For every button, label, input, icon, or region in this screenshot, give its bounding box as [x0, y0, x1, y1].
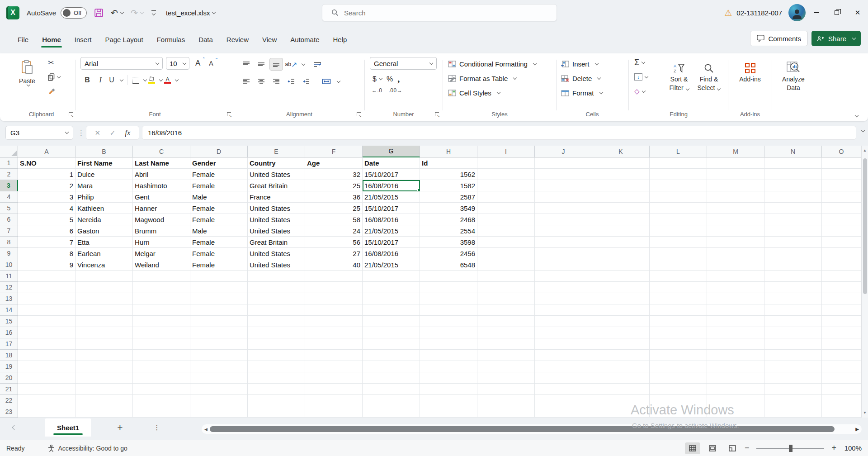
- normal-view-button[interactable]: [685, 442, 700, 454]
- cell-L1[interactable]: [650, 157, 707, 169]
- cell-K10[interactable]: [592, 259, 650, 271]
- tab-help[interactable]: Help: [326, 30, 354, 49]
- underline-button[interactable]: U: [108, 76, 116, 84]
- cell-F15[interactable]: [305, 316, 363, 327]
- cell-O9[interactable]: [822, 248, 861, 259]
- row-header-8[interactable]: 8: [0, 237, 18, 248]
- cell-H3[interactable]: 1582: [420, 180, 477, 191]
- autosave-toggle[interactable]: Off: [61, 7, 87, 19]
- addins-button[interactable]: Add-ins: [737, 58, 763, 84]
- cell-K13[interactable]: [592, 293, 650, 304]
- cell-H14[interactable]: [420, 304, 477, 316]
- cell-O22[interactable]: [822, 395, 861, 406]
- cell-F11[interactable]: [305, 271, 363, 282]
- cell-A22[interactable]: [18, 395, 75, 406]
- cell-E11[interactable]: [248, 271, 305, 282]
- cell-N10[interactable]: [764, 259, 822, 271]
- cell-D20[interactable]: [190, 372, 248, 384]
- cell-A1[interactable]: S.NO: [18, 157, 75, 169]
- cell-J16[interactable]: [535, 327, 592, 338]
- orientation-chevron-icon[interactable]: [302, 62, 305, 65]
- cell-D7[interactable]: Male: [190, 225, 248, 237]
- row-header-3[interactable]: 3: [0, 180, 18, 191]
- cell-styles-button[interactable]: Cell Styles: [448, 87, 554, 99]
- cell-J12[interactable]: [535, 282, 592, 293]
- cell-J13[interactable]: [535, 293, 592, 304]
- cell-B22[interactable]: [75, 395, 133, 406]
- cell-I1[interactable]: [477, 157, 535, 169]
- minimize-button[interactable]: [806, 0, 826, 25]
- cell-J19[interactable]: [535, 361, 592, 372]
- decrease-font-size-button[interactable]: A ˇ: [206, 60, 216, 67]
- fill-button[interactable]: ↓: [634, 71, 648, 82]
- cell-H11[interactable]: [420, 271, 477, 282]
- cell-G23[interactable]: [363, 406, 420, 418]
- cell-O16[interactable]: [822, 327, 861, 338]
- cell-J11[interactable]: [535, 271, 592, 282]
- cell-I3[interactable]: [477, 180, 535, 191]
- col-header-B[interactable]: B: [75, 146, 133, 157]
- percent-style-button[interactable]: %: [387, 75, 393, 83]
- cell-O5[interactable]: [822, 203, 861, 214]
- cell-J2[interactable]: [535, 169, 592, 180]
- number-dialog-launcher[interactable]: [435, 112, 439, 116]
- cell-J9[interactable]: [535, 248, 592, 259]
- cell-L2[interactable]: [650, 169, 707, 180]
- expand-formula-bar-chevron-icon[interactable]: [861, 128, 865, 132]
- cell-K6[interactable]: [592, 214, 650, 225]
- cell-I19[interactable]: [477, 361, 535, 372]
- font-color-chevron-icon[interactable]: [175, 77, 179, 81]
- cell-F21[interactable]: [305, 384, 363, 395]
- cell-B23[interactable]: [75, 406, 133, 418]
- comma-style-button[interactable]: ,: [397, 74, 400, 84]
- cell-F6[interactable]: 58: [305, 214, 363, 225]
- cell-K15[interactable]: [592, 316, 650, 327]
- cell-I8[interactable]: [477, 237, 535, 248]
- cell-K11[interactable]: [592, 271, 650, 282]
- cell-C5[interactable]: Hanner: [133, 203, 190, 214]
- add-sheet-button[interactable]: +: [117, 422, 123, 433]
- cell-H13[interactable]: [420, 293, 477, 304]
- sheet-tab-sheet1[interactable]: Sheet1: [45, 418, 91, 437]
- cell-L15[interactable]: [650, 316, 707, 327]
- cell-O19[interactable]: [822, 361, 861, 372]
- cell-L16[interactable]: [650, 327, 707, 338]
- cell-L19[interactable]: [650, 361, 707, 372]
- cell-D2[interactable]: Female: [190, 169, 248, 180]
- alignment-dialog-launcher[interactable]: [357, 112, 361, 116]
- row-header-13[interactable]: 13: [0, 293, 18, 304]
- cell-L13[interactable]: [650, 293, 707, 304]
- cell-I13[interactable]: [477, 293, 535, 304]
- cell-H23[interactable]: [420, 406, 477, 418]
- cell-C22[interactable]: [133, 395, 190, 406]
- cell-I15[interactable]: [477, 316, 535, 327]
- cell-K14[interactable]: [592, 304, 650, 316]
- row-header-18[interactable]: 18: [0, 350, 18, 361]
- cell-N14[interactable]: [764, 304, 822, 316]
- cell-D3[interactable]: Female: [190, 180, 248, 191]
- cell-G21[interactable]: [363, 384, 420, 395]
- cell-C21[interactable]: [133, 384, 190, 395]
- cell-M9[interactable]: [707, 248, 764, 259]
- warning-icon[interactable]: ⚠: [724, 8, 732, 18]
- cell-J20[interactable]: [535, 372, 592, 384]
- insert-cells-button[interactable]: Insert: [561, 58, 626, 70]
- row-header-23[interactable]: 23: [0, 406, 18, 418]
- cell-A16[interactable]: [18, 327, 75, 338]
- cell-M4[interactable]: [707, 191, 764, 203]
- cell-D4[interactable]: Male: [190, 191, 248, 203]
- zoom-level[interactable]: 100%: [841, 444, 862, 452]
- cell-I5[interactable]: [477, 203, 535, 214]
- cell-A14[interactable]: [18, 304, 75, 316]
- cell-J4[interactable]: [535, 191, 592, 203]
- cell-E9[interactable]: United States: [248, 248, 305, 259]
- cell-H1[interactable]: Id: [420, 157, 477, 169]
- cell-O8[interactable]: [822, 237, 861, 248]
- cell-K23[interactable]: [592, 406, 650, 418]
- cell-L14[interactable]: [650, 304, 707, 316]
- cell-O21[interactable]: [822, 384, 861, 395]
- align-right-button[interactable]: [269, 75, 283, 88]
- cell-B19[interactable]: [75, 361, 133, 372]
- align-top-button[interactable]: [240, 58, 253, 71]
- font-color-button[interactable]: A: [164, 77, 171, 84]
